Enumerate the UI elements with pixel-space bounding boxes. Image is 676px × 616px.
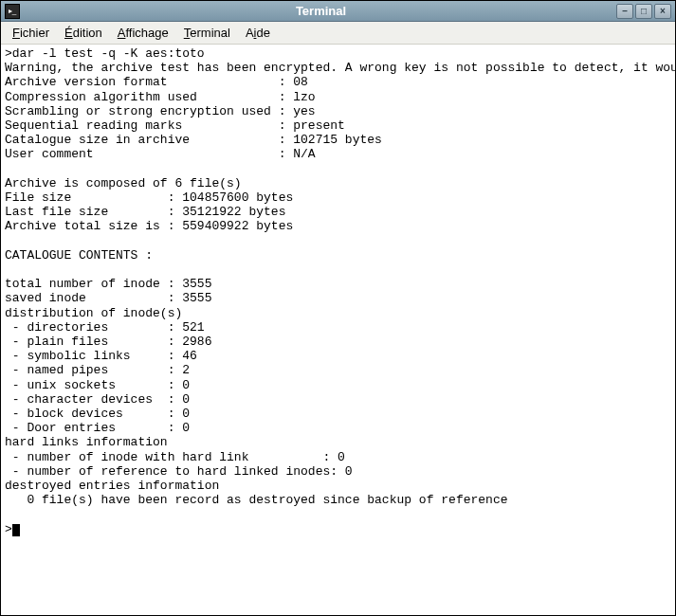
sequential-marks: Sequential reading marks : present	[5, 118, 345, 133]
hardlinks-header: hard links information	[5, 435, 168, 449]
inode-door: - Door entries : 0	[5, 421, 190, 435]
inode-symlinks: - symbolic links : 46	[5, 349, 197, 363]
inode-dist-header: distribution of inode(s)	[5, 306, 182, 320]
hardlinks-count: - number of inode with hard link : 0	[5, 450, 345, 464]
user-comment: User comment : N/A	[5, 147, 316, 161]
last-file-size: Last file size : 35121922 bytes	[5, 205, 285, 219]
titlebar[interactable]: ▸_ Terminal – □ ×	[1, 1, 675, 22]
minimize-button[interactable]: –	[616, 4, 633, 19]
inode-chardev: - character devices : 0	[5, 392, 190, 407]
archive-version: Archive version format : 08	[5, 75, 308, 89]
terminal-window: ▸_ Terminal – □ × Fichier Édition Affich…	[0, 0, 676, 616]
menu-edit[interactable]: Édition	[57, 24, 110, 42]
inode-saved: saved inode : 3555	[5, 291, 211, 305]
menu-terminal[interactable]: Terminal	[176, 24, 238, 42]
close-button[interactable]: ×	[654, 4, 671, 19]
compression-algo: Compression algorithm used : lzo	[5, 90, 316, 104]
inode-dirs: - directories : 521	[5, 320, 205, 335]
text-cursor	[12, 524, 20, 536]
destroyed-body: 0 file(s) have been record as destroyed …	[5, 493, 508, 507]
window-controls: – □ ×	[616, 4, 671, 19]
menu-view[interactable]: Affichage	[110, 24, 176, 42]
menubar: Fichier Édition Affichage Terminal Aide	[1, 22, 675, 45]
window-title: Terminal	[26, 4, 616, 18]
hardlinks-ref: - number of reference to hard linked ino…	[5, 464, 353, 479]
total-size: Archive total size is : 559409922 bytes	[5, 219, 293, 233]
terminal-output[interactable]: >dar -l test -q -K aes:toto Warning, the…	[1, 45, 675, 615]
inode-pipes: - named pipes : 2	[5, 363, 190, 377]
command-line: >dar -l test -q -K aes:toto	[5, 46, 205, 61]
prompt: >	[5, 522, 12, 536]
inode-plain: - plain files : 2986	[5, 335, 211, 349]
catalogue-header: CATALOGUE CONTENTS :	[5, 248, 153, 263]
inode-blockdev: - block devices : 0	[5, 407, 190, 421]
inode-total: total number of inode : 3555	[5, 277, 211, 291]
scrambling: Scrambling or strong encryption used : y…	[5, 104, 316, 118]
catalogue-size: Catalogue size in archive : 102715 bytes	[5, 133, 382, 147]
menu-help[interactable]: Aide	[238, 24, 278, 42]
menu-file[interactable]: Fichier	[5, 24, 57, 42]
destroyed-header: destroyed entries information	[5, 479, 219, 493]
file-size: File size : 104857600 bytes	[5, 190, 293, 205]
inode-sockets: - unix sockets : 0	[5, 378, 190, 392]
maximize-button[interactable]: □	[635, 4, 652, 19]
warning-text: Warning, the archive test has been encry…	[5, 61, 675, 75]
archive-file-count: Archive is composed of 6 file(s)	[5, 176, 242, 190]
app-icon: ▸_	[5, 4, 20, 19]
